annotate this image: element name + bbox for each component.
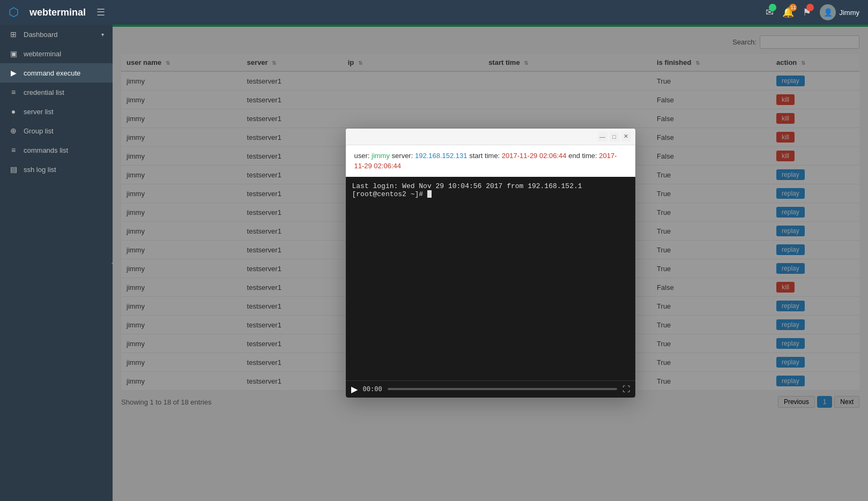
- modal-server-value: 192.168.152.131: [415, 152, 468, 160]
- start-time-label: start time:: [469, 152, 502, 160]
- modal-minimize-button[interactable]: —: [598, 132, 607, 141]
- mail-badge: [769, 4, 776, 11]
- brand-name: webterminal: [29, 7, 86, 18]
- sidebar-item-label: commands list: [24, 146, 104, 154]
- progress-track[interactable]: [388, 388, 617, 390]
- video-controls: ▶ 00:00 ⛶: [346, 380, 635, 398]
- sidebar-item-label: Group list: [24, 127, 104, 135]
- flag-badge: [806, 4, 814, 11]
- brand-logo: ⬡: [9, 5, 19, 19]
- modal-user-value: jimmy: [372, 152, 390, 160]
- server-label: server:: [392, 152, 415, 160]
- modal-start-time-value: 2017-11-29 02:06:44: [502, 152, 567, 160]
- modal-close-button[interactable]: ✕: [621, 132, 631, 141]
- sidebar-item-label: webterminal: [24, 50, 104, 58]
- end-time-label: end time:: [568, 152, 599, 160]
- log-icon: ▤: [9, 165, 18, 174]
- mail-button[interactable]: ✉: [766, 6, 774, 18]
- sidebar-item-webterminal[interactable]: ▣ webterminal: [0, 44, 113, 63]
- bell-badge: 11: [789, 4, 797, 11]
- terminal-line-1: Last login: Wed Nov 29 10:04:56 2017 fro…: [352, 182, 629, 190]
- flag-button[interactable]: ⚑: [803, 6, 811, 18]
- commands-icon: ≡: [9, 146, 18, 154]
- group-icon: ⊕: [9, 126, 18, 135]
- sidebar: ⊞ Dashboard ▾ ▣ webterminal ▶ command ex…: [0, 25, 113, 501]
- sidebar-item-label: command execute: [24, 69, 104, 77]
- sidebar-item-ssh-log-list[interactable]: ▤ ssh log list: [0, 160, 113, 179]
- modal-header-bar: — □ ✕: [346, 129, 635, 145]
- terminal-icon: ▣: [9, 49, 18, 58]
- sidebar-item-label: ssh log list: [24, 166, 104, 174]
- sidebar-item-group-list[interactable]: ⊕ Group list: [0, 121, 113, 140]
- server-icon: ●: [9, 107, 18, 116]
- modal-info: user: jimmy server: 192.168.152.131 star…: [346, 145, 635, 177]
- header-right: ✉ 🔔 11 ⚑ 👤 Jimmy: [766, 4, 859, 20]
- fullscreen-button[interactable]: ⛶: [622, 385, 630, 393]
- sidebar-item-label: server list: [24, 108, 104, 116]
- avatar: 👤: [820, 4, 836, 20]
- content-area: Search: user name ⇅ server ⇅: [113, 25, 868, 501]
- time-display: 00:00: [363, 385, 382, 393]
- user-menu[interactable]: 👤 Jimmy: [820, 4, 859, 20]
- modal-maximize-button[interactable]: □: [610, 132, 619, 141]
- sidebar-item-label: Dashboard: [24, 31, 96, 39]
- terminal-cursor: [427, 190, 432, 198]
- user-name: Jimmy: [839, 9, 859, 17]
- sidebar-item-server-list[interactable]: ● server list: [0, 102, 113, 121]
- play-icon: ▶: [9, 69, 18, 77]
- dashboard-icon: ⊞: [9, 30, 18, 39]
- terminal-display: Last login: Wed Nov 29 10:04:56 2017 fro…: [346, 177, 635, 380]
- top-header: ⬡ webterminal ☰ ✉ 🔔 11 ⚑ 👤 Jimmy: [0, 0, 868, 25]
- user-label: user:: [354, 152, 372, 160]
- credential-icon: ≡: [9, 88, 18, 96]
- main-layout: ⊞ Dashboard ▾ ▣ webterminal ▶ command ex…: [0, 25, 868, 501]
- replay-modal: — □ ✕ user: jimmy server: 192.168.152.13…: [346, 129, 635, 398]
- play-button[interactable]: ▶: [351, 384, 358, 394]
- sidebar-item-command-execute[interactable]: ▶ command execute: [0, 63, 113, 83]
- sidebar-item-label: credential list: [24, 88, 104, 96]
- hamburger-icon[interactable]: ☰: [97, 6, 105, 18]
- terminal-line-2: [root@centos2 ~]#: [352, 190, 629, 198]
- sidebar-item-credential-list[interactable]: ≡ credential list: [0, 83, 113, 102]
- bell-button[interactable]: 🔔 11: [782, 6, 794, 18]
- chevron-down-icon: ▾: [101, 32, 104, 38]
- sidebar-item-dashboard[interactable]: ⊞ Dashboard ▾: [0, 25, 113, 44]
- modal-overlay: — □ ✕ user: jimmy server: 192.168.152.13…: [113, 25, 868, 501]
- sidebar-item-commands-list[interactable]: ≡ commands list: [0, 140, 113, 160]
